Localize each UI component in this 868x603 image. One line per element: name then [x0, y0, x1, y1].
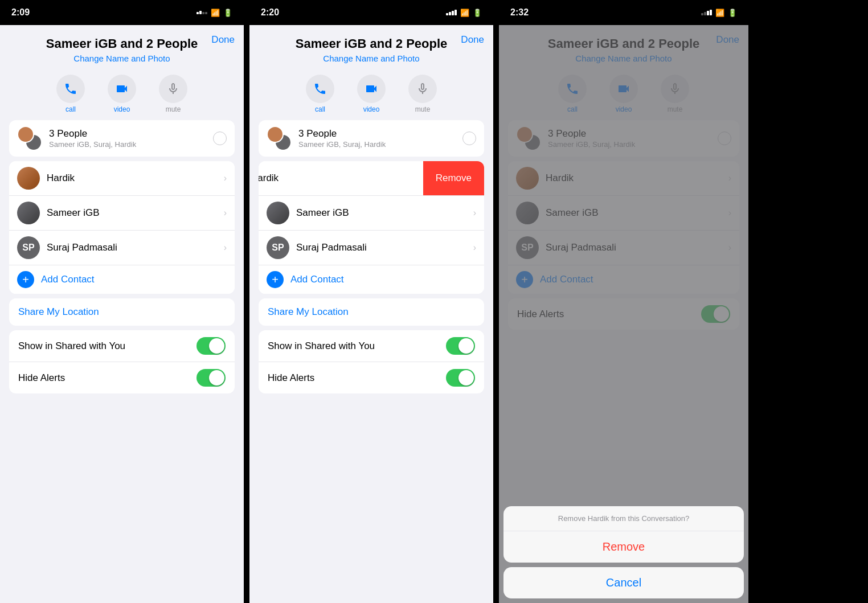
alerts-toggle-knob-1	[209, 370, 224, 385]
sameer-avatar-1	[17, 202, 40, 224]
share-location-btn-2[interactable]: Share My Location	[259, 298, 484, 326]
wifi-icon-2: 📶	[460, 9, 469, 17]
change-name-link-1[interactable]: Change Name and Photo	[73, 54, 170, 63]
toggle-section-1: Show in Shared with You Hide Alerts	[9, 330, 235, 393]
video-icon-wrap-1	[108, 75, 136, 103]
action-sheet-cancel-btn[interactable]: Cancel	[503, 567, 744, 598]
mute-button-2[interactable]: mute	[397, 75, 448, 113]
hardik-chevron-1: ›	[224, 173, 227, 183]
done-button-2[interactable]: Done	[461, 34, 484, 46]
shared-toggle-1[interactable]	[196, 337, 226, 355]
hardik-text-2: Hardik	[259, 173, 428, 184]
video-label-2: video	[363, 105, 380, 113]
shared-toggle-item-2: Show in Shared with You	[259, 330, 484, 362]
status-icons-3: 📶 🔋	[701, 9, 737, 17]
add-contact-label-1: Add Contact	[41, 274, 95, 285]
panel1-content: Done Sameer iGB and 2 People Change Name…	[0, 25, 244, 603]
suraj-text-1: Suraj Padmasali	[47, 242, 224, 253]
hardik-item-2[interactable]: Hardik ›	[259, 161, 439, 195]
call-button-2[interactable]: call	[294, 75, 346, 113]
time-1: 2:09	[11, 7, 30, 18]
panel2-content: Done Sameer iGB and 2 People Change Name…	[249, 25, 493, 603]
members-list-2: Hardik › Remove Sameer iGB › SP Suraj Pa…	[259, 161, 484, 294]
call-label-1: call	[65, 105, 76, 113]
suraj-name-1: Suraj Padmasali	[47, 242, 224, 253]
sameer-text-1: Sameer iGB	[47, 207, 224, 219]
group-section-2: 3 People Sameer iGB, Suraj, Hardik	[259, 120, 484, 157]
status-icons-1: 📶 🔋	[196, 9, 232, 17]
call-icon-wrap-2	[306, 75, 334, 103]
hardik-text-1: Hardik	[47, 173, 224, 184]
video-button-1[interactable]: video	[96, 75, 148, 113]
suraj-item-2[interactable]: SP Suraj Padmasali ›	[259, 231, 484, 265]
alerts-toggle-item-2: Hide Alerts	[259, 362, 484, 393]
hardik-item-1[interactable]: Hardik ›	[9, 161, 235, 196]
panel3-content: Done Sameer iGB and 2 People Change Name…	[499, 25, 748, 603]
remove-swipe-btn[interactable]: Remove	[423, 161, 484, 195]
shared-toggle-knob-2	[458, 338, 474, 354]
alerts-toggle-label-2: Hide Alerts	[268, 372, 314, 384]
suraj-item-1[interactable]: SP Suraj Padmasali ›	[9, 231, 235, 265]
shared-toggle-knob-1	[209, 338, 224, 354]
sheet-header-2: Done Sameer iGB and 2 People Change Name…	[249, 25, 493, 68]
alerts-toggle-1[interactable]	[196, 369, 226, 387]
add-contact-item-2[interactable]: + Add Contact	[259, 265, 484, 294]
shared-toggle-item-1: Show in Shared with You	[9, 330, 235, 362]
group-section-1: 3 People Sameer iGB, Suraj, Hardik	[9, 120, 235, 157]
shared-toggle-label-2: Show in Shared with You	[268, 341, 375, 352]
hardik-swipe-wrap: Hardik › Remove	[259, 161, 484, 195]
mute-button-1[interactable]: mute	[148, 75, 199, 113]
members-list-1: Hardik › Sameer iGB › SP Suraj Padmasali…	[9, 161, 235, 294]
share-location-btn-1[interactable]: Share My Location	[9, 298, 235, 326]
group-item-text-1: 3 People Sameer iGB, Suraj, Hardik	[49, 128, 213, 149]
sameer-text-2: Sameer iGB	[296, 207, 473, 219]
phone-panel-3: 2:32 📶 🔋 Done Sameer iGB and 2 People Ch…	[499, 0, 748, 603]
action-sheet-title: Remove Hardik from this Conversation?	[503, 506, 744, 531]
done-button-1[interactable]: Done	[211, 34, 235, 46]
hardik-name-2: Hardik	[259, 173, 428, 184]
share-location-section-2: Share My Location	[259, 298, 484, 326]
add-icon-1: +	[17, 271, 34, 288]
group-title-2: Sameer iGB and 2 People	[296, 36, 448, 51]
action-sheet-group: Remove Hardik from this Conversation? Re…	[503, 506, 744, 563]
sameer-item-2[interactable]: Sameer iGB ›	[259, 195, 484, 231]
action-sheet-overlay: Remove Hardik from this Conversation? Re…	[499, 25, 748, 603]
shared-toggle-label-1: Show in Shared with You	[18, 341, 125, 352]
check-icon-2	[462, 132, 476, 145]
phone-panel-2: 2:20 📶 🔋 Done Sameer iGB and 2 People Ch…	[249, 0, 493, 603]
remove-swipe-label: Remove	[436, 173, 472, 184]
sameer-item-1[interactable]: Sameer iGB ›	[9, 196, 235, 231]
signal-icon-3	[701, 10, 712, 15]
shared-toggle-2[interactable]	[446, 337, 475, 355]
check-icon-1	[213, 132, 227, 145]
group-avatar-1	[17, 126, 42, 151]
sameer-chevron-2: ›	[473, 208, 476, 218]
status-bar-2: 2:20 📶 🔋	[249, 0, 493, 25]
status-bar-1: 2:09 📶 🔋	[0, 0, 244, 25]
mute-icon-wrap-2	[408, 75, 437, 103]
toggle-section-2: Show in Shared with You Hide Alerts	[259, 330, 484, 393]
hardik-name-1: Hardik	[47, 173, 224, 184]
group-item-2[interactable]: 3 People Sameer iGB, Suraj, Hardik	[259, 120, 484, 157]
phone-panel-1: 2:09 📶 🔋 Done Sameer iGB and 2 People Ch…	[0, 0, 244, 603]
add-contact-label-2: Add Contact	[290, 274, 344, 285]
share-location-section-1: Share My Location	[9, 298, 235, 326]
alerts-toggle-knob-2	[458, 370, 474, 385]
add-contact-item-1[interactable]: + Add Contact	[9, 265, 235, 294]
hardik-avatar-1	[17, 167, 40, 190]
call-button-1[interactable]: call	[45, 75, 96, 113]
suraj-text-2: Suraj Padmasali	[296, 242, 473, 253]
group-item-sub-1: Sameer iGB, Suraj, Hardik	[49, 140, 213, 149]
time-2: 2:20	[261, 7, 279, 18]
gap-1	[244, 0, 249, 603]
group-item-1[interactable]: 3 People Sameer iGB, Suraj, Hardik	[9, 120, 235, 157]
alerts-toggle-2[interactable]	[446, 369, 475, 387]
action-sheet-remove-btn[interactable]: Remove	[503, 531, 744, 563]
suraj-avatar-2: SP	[267, 236, 289, 259]
video-button-2[interactable]: video	[346, 75, 397, 113]
change-name-link-2[interactable]: Change Name and Photo	[323, 54, 419, 63]
sameer-name-2: Sameer iGB	[296, 207, 473, 219]
group-item-text-2: 3 People Sameer iGB, Suraj, Hardik	[298, 128, 462, 149]
battery-icon-3: 🔋	[728, 9, 737, 17]
mute-label-2: mute	[415, 105, 431, 113]
